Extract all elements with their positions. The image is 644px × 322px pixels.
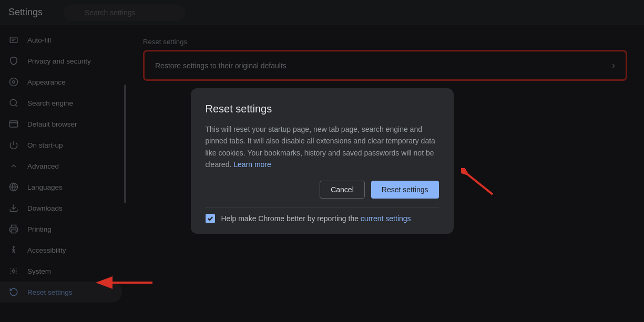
reset-settings-modal: Reset settings This will reset your star… [191, 88, 454, 234]
modal-title: Reset settings [206, 103, 439, 115]
reset-settings-button[interactable]: Reset settings [371, 181, 439, 199]
current-settings-link[interactable]: current settings [361, 214, 411, 223]
help-chrome-checkbox-wrap[interactable]: Help make Chrome better by reporting the… [206, 214, 411, 223]
learn-more-link[interactable]: Learn more [233, 160, 271, 169]
modal-buttons: Cancel Reset settings [206, 181, 439, 199]
modal-footer: Help make Chrome better by reporting the… [206, 207, 439, 223]
help-chrome-checkbox[interactable] [206, 214, 215, 223]
checkbox-label: Help make Chrome better by reporting the… [221, 214, 411, 223]
modal-overlay[interactable]: Reset settings This will reset your star… [0, 0, 644, 322]
modal-body: This will reset your startup page, new t… [206, 123, 439, 171]
checkbox-label-text: Help make Chrome better by reporting the [221, 214, 359, 223]
cancel-button[interactable]: Cancel [320, 181, 365, 199]
